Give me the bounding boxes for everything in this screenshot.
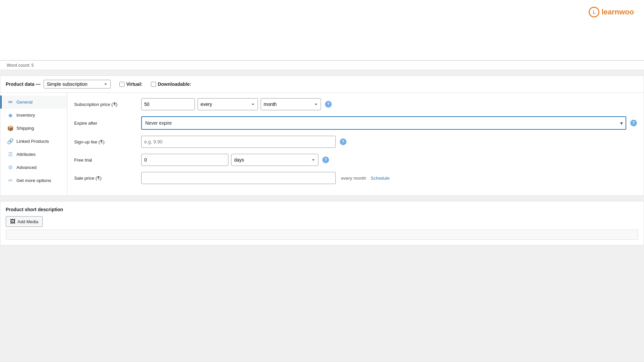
sidebar-item-attributes[interactable]: ☰ Attributes [0, 148, 67, 161]
every-month-text: every month [341, 176, 366, 181]
linked-products-icon: 🔗 [7, 138, 14, 144]
shipping-icon: 📦 [7, 125, 14, 131]
editor-toolbar [6, 230, 638, 240]
expire-after-row: Expire after Never expire 1 month 2 mont… [74, 116, 637, 130]
advanced-icon: ⚙ [7, 164, 14, 171]
main-form-content: Subscription price (₹) every every 2 eve… [67, 93, 644, 195]
signup-fee-controls: ? [141, 136, 637, 148]
sidebar-item-general[interactable]: ✏ General [0, 96, 67, 109]
product-data-header: Product data — Simple subscription Varia… [0, 76, 644, 93]
add-media-button[interactable]: 🖼 Add Media [6, 216, 43, 227]
inventory-icon: ◆ [7, 112, 14, 118]
sidebar-label-shipping: Shipping [16, 126, 34, 131]
signup-fee-label: Sign-up fee (₹) [74, 139, 141, 144]
sidebar-label-advanced: Advanced [16, 165, 37, 170]
virtual-checkbox[interactable] [119, 82, 124, 87]
sidebar-item-linked-products[interactable]: 🔗 Linked Products [0, 135, 67, 148]
sidebar-item-get-more-options[interactable]: ✏ Get more options [0, 174, 67, 187]
virtual-label: Virtual: [126, 81, 142, 87]
expire-after-help-icon[interactable]: ? [630, 120, 637, 126]
sidebar-label-attributes: Attributes [16, 152, 36, 157]
expire-after-label: Expire after [74, 121, 141, 126]
virtual-checkbox-group: Virtual: [119, 81, 142, 87]
logo-text: learnwoo [601, 8, 634, 16]
signup-fee-input[interactable] [141, 136, 336, 148]
word-count-text: Word count: 5 [7, 63, 34, 68]
attributes-icon: ☰ [7, 151, 14, 158]
signup-fee-help-icon[interactable]: ? [340, 138, 346, 145]
period-select[interactable]: month day week year [261, 98, 321, 110]
sale-price-row: Sale price (₹) every month Schedule [74, 172, 637, 184]
subscription-price-controls: every every 2 every 3 every 4 every 5 ev… [141, 98, 637, 110]
free-trial-controls: days weeks months years ? [141, 154, 637, 166]
product-type-select[interactable]: Simple subscription Variable subscriptio… [44, 80, 111, 88]
sidebar-label-get-more-options: Get more options [16, 178, 51, 183]
sale-price-controls: every month Schedule [141, 172, 637, 184]
sidebar-nav: ✏ General ◆ Inventory 📦 Shipping 🔗 Linke… [0, 93, 67, 195]
schedule-link[interactable]: Schedule [371, 176, 389, 181]
downloadable-checkbox[interactable] [151, 82, 156, 87]
product-data-section: Product data — Simple subscription Varia… [0, 75, 644, 196]
subscription-price-help-icon[interactable]: ? [325, 101, 332, 108]
sidebar-label-general: General [16, 100, 33, 105]
add-media-label: Add Media [17, 219, 38, 224]
learnwoo-logo: L learnwoo [589, 7, 634, 17]
subscription-price-label: Subscription price (₹) [74, 102, 141, 107]
trial-period-select[interactable]: days weeks months years [231, 154, 318, 166]
downloadable-label: Downloadable: [158, 81, 191, 87]
sidebar-label-linked-products: Linked Products [16, 139, 49, 144]
editor-top-bar [0, 0, 644, 60]
expire-select-wrapper: Never expire 1 month 2 months 3 months 6… [141, 116, 626, 130]
subscription-price-row: Subscription price (₹) every every 2 eve… [74, 98, 637, 110]
sidebar-item-inventory[interactable]: ◆ Inventory [0, 109, 67, 122]
get-more-options-icon: ✏ [7, 177, 14, 184]
expire-after-select[interactable]: Never expire 1 month 2 months 3 months 6… [141, 116, 626, 130]
product-data-label: Product data — [6, 81, 40, 87]
free-trial-input[interactable] [141, 154, 228, 166]
every-select[interactable]: every every 2 every 3 every 4 every 5 ev… [198, 98, 258, 110]
subscription-price-input[interactable] [141, 98, 195, 110]
downloadable-checkbox-group: Downloadable: [151, 81, 191, 87]
sidebar-item-advanced[interactable]: ⚙ Advanced [0, 161, 67, 174]
media-icon: 🖼 [10, 219, 15, 225]
sidebar-item-shipping[interactable]: 📦 Shipping [0, 122, 67, 135]
free-trial-label: Free trial [74, 158, 141, 163]
sale-price-input[interactable] [141, 172, 336, 184]
short-description-title: Product short description [6, 207, 638, 212]
logo-icon: L [589, 7, 599, 17]
word-count-bar: Word count: 5 [0, 60, 644, 70]
free-trial-row: Free trial days weeks months years ? [74, 154, 637, 166]
short-description-section: Product short description 🖼 Add Media [0, 201, 644, 245]
signup-fee-row: Sign-up fee (₹) ? [74, 136, 637, 148]
general-icon: ✏ [7, 99, 14, 105]
sale-price-label: Sale price (₹) [74, 175, 141, 181]
expire-after-controls: Never expire 1 month 2 months 3 months 6… [141, 116, 637, 130]
product-data-body: ✏ General ◆ Inventory 📦 Shipping 🔗 Linke… [0, 93, 644, 195]
sidebar-label-inventory: Inventory [16, 113, 35, 118]
free-trial-help-icon[interactable]: ? [322, 157, 329, 163]
